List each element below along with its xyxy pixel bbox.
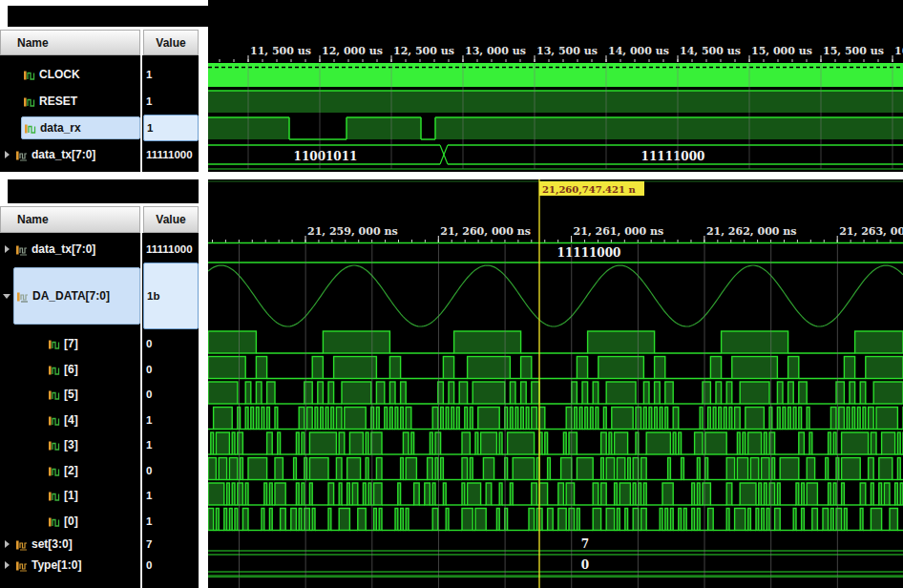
signal-name-wrap[interactable]: [4]	[46, 409, 140, 430]
signal-value[interactable]: 1b	[143, 262, 199, 329]
signal-name-cell[interactable]: [7]	[0, 331, 140, 357]
signal-name-wrap[interactable]: [7]	[46, 333, 140, 355]
signal-value[interactable]: 11111000	[143, 141, 199, 168]
signal-value-text: 7	[146, 538, 152, 550]
signal-name: [2]	[64, 464, 78, 477]
signal-row-[7][interactable]: [7]0	[0, 331, 199, 357]
signal-row-[6][interactable]: [6]0	[0, 357, 199, 383]
wave-RESET	[208, 91, 903, 113]
signal-name-cell[interactable]: data_tx[7:0]	[0, 141, 140, 168]
bottom-signal-list: data_tx[7:0]11111000DA_DATA[7:0]1b[7]0[6…	[0, 233, 199, 588]
signal-name-wrap[interactable]: data_tx[7:0]	[13, 143, 140, 166]
signal-name-cell[interactable]: data_rx	[0, 115, 140, 141]
signal-value-text: 1	[147, 122, 153, 134]
signal-row-[2][interactable]: [2]0	[0, 458, 199, 484]
waveform-viewer-window: Name Value CLOCK1RESET1data_rx1data_tx[7…	[0, 0, 903, 588]
scalar-signal-icon	[48, 388, 60, 401]
scalar-signal-icon	[23, 94, 35, 108]
signal-name: Type[1:0]	[32, 558, 81, 572]
expand-chevron-icon[interactable]	[0, 151, 13, 158]
top-waveform-canvas[interactable]: 11, 500 us12, 000 us12, 500 us13, 000 us…	[208, 0, 903, 172]
signal-value[interactable]: 1	[143, 408, 199, 433]
bus-signal-icon	[15, 242, 28, 256]
signal-name-cell[interactable]: DA_DATA[7:0]	[0, 262, 140, 329]
signal-name-cell[interactable]: Type[1:0]	[0, 555, 140, 576]
cursor-time-label: 21,260,747.421 n	[542, 184, 636, 196]
signal-row-CLOCK[interactable]: CLOCK1	[0, 61, 199, 88]
signal-name-cell[interactable]: set[3:0]	[0, 534, 140, 555]
signal-name: [1]	[64, 489, 78, 502]
signal-value[interactable]: 7	[143, 534, 199, 555]
signal-name-cell[interactable]: [5]	[0, 382, 140, 408]
bottom-name-column-header[interactable]: Name	[0, 206, 140, 233]
signal-name-wrap[interactable]: [1]	[46, 485, 140, 507]
bottom-waveform-area[interactable]: 21, 259, 000 ns21, 260, 000 ns21, 261, 0…	[208, 179, 903, 588]
signal-row-[3][interactable]: [3]1	[0, 432, 199, 458]
signal-value[interactable]: 0	[143, 331, 199, 357]
svg-text:7: 7	[581, 537, 589, 551]
collapse-chevron-icon[interactable]	[0, 294, 13, 299]
signal-name-wrap[interactable]: Type[1:0]	[13, 556, 140, 575]
signal-value-text: 1	[146, 490, 152, 501]
expand-chevron-icon[interactable]	[0, 540, 13, 548]
top-waveform-area[interactable]: 11, 500 us12, 000 us12, 500 us13, 000 us…	[208, 0, 903, 172]
signal-name-cell[interactable]: CLOCK	[0, 61, 140, 88]
signal-name-wrap[interactable]: set[3:0]	[13, 536, 140, 554]
signal-name-cell[interactable]: [3]	[0, 432, 140, 458]
signal-row-set[3:0][interactable]: set[3:0]7	[0, 534, 199, 555]
signal-value[interactable]: 11111000	[143, 235, 199, 262]
svg-text:13, 000 us: 13, 000 us	[465, 45, 526, 57]
scalar-signal-icon	[48, 337, 60, 350]
bottom-waveform-canvas[interactable]: 21, 259, 000 ns21, 260, 000 ns21, 261, 0…	[208, 179, 903, 588]
signal-row-DA_DATA[7:0][interactable]: DA_DATA[7:0]1b	[0, 262, 199, 329]
svg-text:12, 500 us: 12, 500 us	[393, 45, 454, 57]
signal-name-cell[interactable]: [1]	[0, 483, 140, 509]
signal-value[interactable]: 1	[143, 115, 199, 141]
signal-row-Type[1:0][interactable]: Type[1:0]0	[0, 555, 199, 576]
svg-text:21, 260, 000 ns: 21, 260, 000 ns	[440, 225, 531, 238]
signal-row-[0][interactable]: [0]1	[0, 509, 199, 535]
signal-name-wrap[interactable]: [3]	[46, 434, 140, 456]
signal-value[interactable]: 0	[143, 555, 199, 576]
top-name-column-header[interactable]: Name	[0, 30, 140, 55]
signal-name-wrap[interactable]: CLOCK	[21, 63, 140, 86]
signal-value[interactable]: 1	[143, 61, 199, 88]
bus-orange-signal-icon	[15, 537, 28, 551]
signal-name-wrap[interactable]: [6]	[46, 358, 140, 380]
signal-row-data_rx[interactable]: data_rx1	[0, 115, 199, 141]
signal-row-[4][interactable]: [4]1	[0, 408, 199, 433]
signal-value[interactable]: 0	[143, 357, 199, 383]
signal-name-wrap[interactable]: [0]	[46, 510, 140, 532]
signal-row-data_tx[7:0][interactable]: data_tx[7:0]11111000	[0, 141, 199, 168]
signal-row-[5][interactable]: [5]0	[0, 382, 199, 408]
chevron-glyph	[5, 561, 10, 569]
top-value-column-header[interactable]: Value	[143, 30, 199, 55]
signal-name-wrap[interactable]: RESET	[21, 90, 140, 113]
bottom-value-column-header[interactable]: Value	[143, 206, 199, 233]
signal-name-wrap[interactable]: DA_DATA[7:0]	[13, 267, 140, 325]
signal-name-wrap[interactable]: data_rx	[21, 116, 140, 139]
svg-text:0: 0	[581, 558, 589, 572]
name-header-label: Name	[17, 213, 49, 226]
signal-name-cell[interactable]: [2]	[0, 458, 140, 484]
expand-chevron-icon[interactable]	[0, 561, 13, 569]
signal-name-cell[interactable]: [4]	[0, 408, 140, 433]
signal-name-wrap[interactable]: data_tx[7:0]	[13, 237, 140, 261]
signal-name-cell[interactable]: data_tx[7:0]	[0, 235, 140, 262]
signal-value[interactable]: 1	[143, 509, 199, 535]
signal-value[interactable]: 1	[143, 88, 199, 115]
svg-text:14, 000 us: 14, 000 us	[608, 45, 669, 57]
signal-value[interactable]: 0	[143, 382, 199, 408]
expand-chevron-icon[interactable]	[0, 245, 13, 253]
signal-value[interactable]: 0	[143, 458, 199, 484]
signal-name-wrap[interactable]: [5]	[46, 384, 140, 406]
signal-name-cell[interactable]: [0]	[0, 509, 140, 535]
signal-value[interactable]: 1	[143, 432, 199, 458]
signal-row-[1][interactable]: [1]1	[0, 483, 199, 509]
signal-name-cell[interactable]: RESET	[0, 88, 140, 115]
signal-name-cell[interactable]: [6]	[0, 357, 140, 383]
signal-row-data_tx[7:0][interactable]: data_tx[7:0]11111000	[0, 235, 199, 262]
signal-value[interactable]: 1	[143, 483, 199, 509]
signal-name-wrap[interactable]: [2]	[46, 459, 140, 481]
signal-row-RESET[interactable]: RESET1	[0, 88, 199, 115]
